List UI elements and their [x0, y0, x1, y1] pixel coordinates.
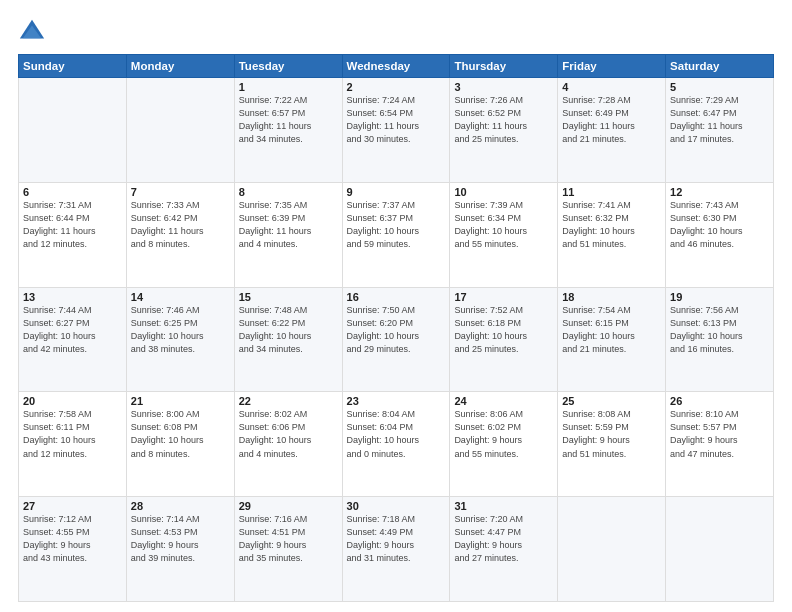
- day-info: Sunrise: 8:08 AM Sunset: 5:59 PM Dayligh…: [562, 408, 661, 460]
- day-number: 4: [562, 81, 661, 93]
- day-info: Sunrise: 7:46 AM Sunset: 6:25 PM Dayligh…: [131, 304, 230, 356]
- calendar-cell: 9Sunrise: 7:37 AM Sunset: 6:37 PM Daylig…: [342, 182, 450, 287]
- day-info: Sunrise: 7:14 AM Sunset: 4:53 PM Dayligh…: [131, 513, 230, 565]
- day-info: Sunrise: 7:41 AM Sunset: 6:32 PM Dayligh…: [562, 199, 661, 251]
- calendar-cell: [126, 78, 234, 183]
- calendar-cell: 31Sunrise: 7:20 AM Sunset: 4:47 PM Dayli…: [450, 497, 558, 602]
- day-number: 12: [670, 186, 769, 198]
- calendar-cell: 8Sunrise: 7:35 AM Sunset: 6:39 PM Daylig…: [234, 182, 342, 287]
- calendar-cell: 27Sunrise: 7:12 AM Sunset: 4:55 PM Dayli…: [19, 497, 127, 602]
- day-info: Sunrise: 8:10 AM Sunset: 5:57 PM Dayligh…: [670, 408, 769, 460]
- calendar-header-row: SundayMondayTuesdayWednesdayThursdayFrid…: [19, 55, 774, 78]
- day-info: Sunrise: 7:18 AM Sunset: 4:49 PM Dayligh…: [347, 513, 446, 565]
- calendar-week-row: 27Sunrise: 7:12 AM Sunset: 4:55 PM Dayli…: [19, 497, 774, 602]
- day-info: Sunrise: 8:00 AM Sunset: 6:08 PM Dayligh…: [131, 408, 230, 460]
- calendar-cell: 26Sunrise: 8:10 AM Sunset: 5:57 PM Dayli…: [666, 392, 774, 497]
- day-info: Sunrise: 7:31 AM Sunset: 6:44 PM Dayligh…: [23, 199, 122, 251]
- day-number: 9: [347, 186, 446, 198]
- day-number: 30: [347, 500, 446, 512]
- day-number: 10: [454, 186, 553, 198]
- day-info: Sunrise: 7:39 AM Sunset: 6:34 PM Dayligh…: [454, 199, 553, 251]
- calendar-cell: 5Sunrise: 7:29 AM Sunset: 6:47 PM Daylig…: [666, 78, 774, 183]
- day-info: Sunrise: 7:43 AM Sunset: 6:30 PM Dayligh…: [670, 199, 769, 251]
- day-info: Sunrise: 7:35 AM Sunset: 6:39 PM Dayligh…: [239, 199, 338, 251]
- calendar-cell: 3Sunrise: 7:26 AM Sunset: 6:52 PM Daylig…: [450, 78, 558, 183]
- day-number: 15: [239, 291, 338, 303]
- page: SundayMondayTuesdayWednesdayThursdayFrid…: [0, 0, 792, 612]
- calendar-cell: 6Sunrise: 7:31 AM Sunset: 6:44 PM Daylig…: [19, 182, 127, 287]
- header: [18, 18, 774, 46]
- day-info: Sunrise: 7:37 AM Sunset: 6:37 PM Dayligh…: [347, 199, 446, 251]
- day-info: Sunrise: 7:58 AM Sunset: 6:11 PM Dayligh…: [23, 408, 122, 460]
- day-number: 31: [454, 500, 553, 512]
- calendar-header-tuesday: Tuesday: [234, 55, 342, 78]
- calendar-cell: 22Sunrise: 8:02 AM Sunset: 6:06 PM Dayli…: [234, 392, 342, 497]
- day-number: 2: [347, 81, 446, 93]
- day-number: 6: [23, 186, 122, 198]
- calendar-cell: 7Sunrise: 7:33 AM Sunset: 6:42 PM Daylig…: [126, 182, 234, 287]
- calendar-header-wednesday: Wednesday: [342, 55, 450, 78]
- calendar-cell: 28Sunrise: 7:14 AM Sunset: 4:53 PM Dayli…: [126, 497, 234, 602]
- calendar-header-monday: Monday: [126, 55, 234, 78]
- calendar-cell: [666, 497, 774, 602]
- day-info: Sunrise: 7:56 AM Sunset: 6:13 PM Dayligh…: [670, 304, 769, 356]
- day-number: 17: [454, 291, 553, 303]
- day-number: 16: [347, 291, 446, 303]
- day-number: 21: [131, 395, 230, 407]
- day-number: 8: [239, 186, 338, 198]
- day-info: Sunrise: 7:16 AM Sunset: 4:51 PM Dayligh…: [239, 513, 338, 565]
- calendar-header-saturday: Saturday: [666, 55, 774, 78]
- day-number: 18: [562, 291, 661, 303]
- calendar-cell: 19Sunrise: 7:56 AM Sunset: 6:13 PM Dayli…: [666, 287, 774, 392]
- calendar-header-sunday: Sunday: [19, 55, 127, 78]
- day-number: 1: [239, 81, 338, 93]
- calendar-week-row: 1Sunrise: 7:22 AM Sunset: 6:57 PM Daylig…: [19, 78, 774, 183]
- day-info: Sunrise: 7:33 AM Sunset: 6:42 PM Dayligh…: [131, 199, 230, 251]
- calendar-week-row: 6Sunrise: 7:31 AM Sunset: 6:44 PM Daylig…: [19, 182, 774, 287]
- day-info: Sunrise: 7:12 AM Sunset: 4:55 PM Dayligh…: [23, 513, 122, 565]
- day-number: 20: [23, 395, 122, 407]
- calendar-cell: 13Sunrise: 7:44 AM Sunset: 6:27 PM Dayli…: [19, 287, 127, 392]
- calendar-cell: [19, 78, 127, 183]
- calendar-cell: 17Sunrise: 7:52 AM Sunset: 6:18 PM Dayli…: [450, 287, 558, 392]
- day-number: 29: [239, 500, 338, 512]
- calendar-cell: 14Sunrise: 7:46 AM Sunset: 6:25 PM Dayli…: [126, 287, 234, 392]
- day-number: 25: [562, 395, 661, 407]
- calendar-cell: 16Sunrise: 7:50 AM Sunset: 6:20 PM Dayli…: [342, 287, 450, 392]
- calendar-cell: 20Sunrise: 7:58 AM Sunset: 6:11 PM Dayli…: [19, 392, 127, 497]
- calendar-cell: [558, 497, 666, 602]
- day-number: 26: [670, 395, 769, 407]
- day-info: Sunrise: 7:54 AM Sunset: 6:15 PM Dayligh…: [562, 304, 661, 356]
- day-info: Sunrise: 7:44 AM Sunset: 6:27 PM Dayligh…: [23, 304, 122, 356]
- day-number: 11: [562, 186, 661, 198]
- day-info: Sunrise: 7:26 AM Sunset: 6:52 PM Dayligh…: [454, 94, 553, 146]
- day-number: 19: [670, 291, 769, 303]
- calendar-cell: 10Sunrise: 7:39 AM Sunset: 6:34 PM Dayli…: [450, 182, 558, 287]
- logo: [18, 18, 50, 46]
- day-info: Sunrise: 7:20 AM Sunset: 4:47 PM Dayligh…: [454, 513, 553, 565]
- calendar-week-row: 13Sunrise: 7:44 AM Sunset: 6:27 PM Dayli…: [19, 287, 774, 392]
- day-number: 7: [131, 186, 230, 198]
- day-info: Sunrise: 7:28 AM Sunset: 6:49 PM Dayligh…: [562, 94, 661, 146]
- calendar-cell: 23Sunrise: 8:04 AM Sunset: 6:04 PM Dayli…: [342, 392, 450, 497]
- day-number: 5: [670, 81, 769, 93]
- day-info: Sunrise: 8:06 AM Sunset: 6:02 PM Dayligh…: [454, 408, 553, 460]
- day-number: 13: [23, 291, 122, 303]
- calendar-cell: 29Sunrise: 7:16 AM Sunset: 4:51 PM Dayli…: [234, 497, 342, 602]
- day-info: Sunrise: 7:50 AM Sunset: 6:20 PM Dayligh…: [347, 304, 446, 356]
- calendar-cell: 25Sunrise: 8:08 AM Sunset: 5:59 PM Dayli…: [558, 392, 666, 497]
- day-number: 24: [454, 395, 553, 407]
- calendar-header-thursday: Thursday: [450, 55, 558, 78]
- calendar-cell: 30Sunrise: 7:18 AM Sunset: 4:49 PM Dayli…: [342, 497, 450, 602]
- day-number: 3: [454, 81, 553, 93]
- day-info: Sunrise: 7:48 AM Sunset: 6:22 PM Dayligh…: [239, 304, 338, 356]
- calendar-header-friday: Friday: [558, 55, 666, 78]
- calendar-table: SundayMondayTuesdayWednesdayThursdayFrid…: [18, 54, 774, 602]
- day-number: 27: [23, 500, 122, 512]
- calendar-cell: 11Sunrise: 7:41 AM Sunset: 6:32 PM Dayli…: [558, 182, 666, 287]
- calendar-cell: 21Sunrise: 8:00 AM Sunset: 6:08 PM Dayli…: [126, 392, 234, 497]
- calendar-cell: 4Sunrise: 7:28 AM Sunset: 6:49 PM Daylig…: [558, 78, 666, 183]
- calendar-cell: 15Sunrise: 7:48 AM Sunset: 6:22 PM Dayli…: [234, 287, 342, 392]
- day-info: Sunrise: 7:24 AM Sunset: 6:54 PM Dayligh…: [347, 94, 446, 146]
- day-number: 23: [347, 395, 446, 407]
